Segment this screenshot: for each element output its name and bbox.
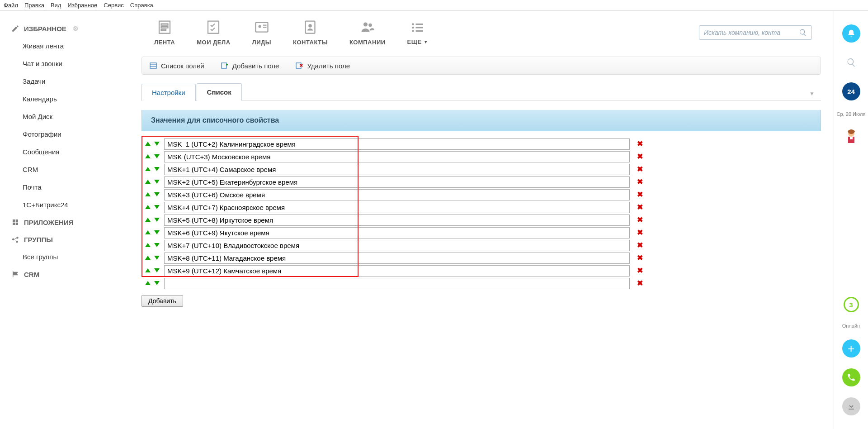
tab-list[interactable]: Список xyxy=(197,83,242,101)
sidebar-item-calendar[interactable]: Календарь xyxy=(0,90,133,108)
call-button[interactable] xyxy=(842,368,860,386)
delete-row-icon[interactable]: ✖ xyxy=(634,241,646,249)
sidebar-item-tasks[interactable]: Задачи xyxy=(0,72,133,90)
move-up-icon[interactable] xyxy=(145,218,151,222)
sidebar-item-chat[interactable]: Чат и звонки xyxy=(0,55,133,72)
list-value-input[interactable] xyxy=(164,278,630,289)
list-value-input[interactable] xyxy=(164,189,630,200)
move-up-icon[interactable] xyxy=(145,205,151,209)
move-down-icon[interactable] xyxy=(154,268,160,272)
move-up-icon[interactable] xyxy=(145,281,151,285)
toolbar-add-field[interactable]: Добавить поле xyxy=(221,62,279,70)
nav-leads[interactable]: ЛИДЫ xyxy=(252,19,271,46)
sidebar-item-allgroups[interactable]: Все группы xyxy=(0,248,133,266)
nav-mytasks[interactable]: МОИ ДЕЛА xyxy=(197,19,230,46)
svg-point-5 xyxy=(368,24,372,27)
nav-companies[interactable]: КОМПАНИИ xyxy=(349,19,386,46)
download-button[interactable] xyxy=(842,397,860,415)
bitrix24-button[interactable]: 24 xyxy=(842,82,860,100)
move-up-icon[interactable] xyxy=(145,243,151,247)
move-down-icon[interactable] xyxy=(154,180,160,184)
move-down-icon[interactable] xyxy=(154,192,160,196)
delete-row-icon[interactable]: ✖ xyxy=(634,152,646,161)
move-up-icon[interactable] xyxy=(145,154,151,158)
move-up-icon[interactable] xyxy=(145,192,151,196)
nav-more[interactable]: ЕЩЕ ▼ xyxy=(407,19,429,45)
search-company[interactable] xyxy=(699,25,812,40)
move-down-icon[interactable] xyxy=(154,281,160,285)
sidebar-item-feed[interactable]: Живая лента xyxy=(0,37,133,55)
move-down-icon[interactable] xyxy=(154,205,160,209)
delete-row-icon[interactable]: ✖ xyxy=(634,228,646,237)
search-input[interactable] xyxy=(704,29,799,36)
list-value-input[interactable] xyxy=(164,176,630,188)
sidebar-item-1c[interactable]: 1С+Битрикс24 xyxy=(0,196,133,214)
delete-row-icon[interactable]: ✖ xyxy=(634,190,646,199)
toolbar-list-fields[interactable]: Список полей xyxy=(149,62,204,70)
nav-mytasks-label: МОИ ДЕЛА xyxy=(197,39,230,46)
list-value-input[interactable] xyxy=(164,202,630,213)
add-button[interactable]: + xyxy=(842,339,860,358)
move-down-icon[interactable] xyxy=(154,230,160,234)
svg-rect-11 xyxy=(296,63,301,68)
sidebar-item-messages[interactable]: Сообщения xyxy=(0,143,133,161)
delete-row-icon[interactable]: ✖ xyxy=(634,279,646,287)
sidebar-item-photos[interactable]: Фотографии xyxy=(0,125,133,143)
sidebar-item-crm[interactable]: CRM xyxy=(0,161,133,178)
delete-row-icon[interactable]: ✖ xyxy=(634,215,646,224)
menu-file[interactable]: Файл xyxy=(4,2,18,9)
notifications-button[interactable] xyxy=(842,24,860,43)
move-down-icon[interactable] xyxy=(154,167,160,171)
sidebar-section-crm[interactable]: CRM xyxy=(0,266,133,283)
list-value-input[interactable] xyxy=(164,253,630,264)
menu-service[interactable]: Сервис xyxy=(104,2,124,9)
sidebar-favorites-label: ИЗБРАННОЕ xyxy=(24,25,66,33)
move-up-icon[interactable] xyxy=(145,180,151,184)
rail-search-button[interactable] xyxy=(842,53,860,72)
bell-icon xyxy=(847,29,856,38)
list-value-input[interactable] xyxy=(164,227,630,238)
assistant-avatar[interactable] xyxy=(843,128,859,144)
delete-row-icon[interactable]: ✖ xyxy=(634,165,646,173)
delete-row-icon[interactable]: ✖ xyxy=(634,139,646,148)
move-down-icon[interactable] xyxy=(154,256,160,260)
chevron-down-icon: ▼ xyxy=(424,39,428,44)
list-value-input[interactable] xyxy=(164,265,630,276)
online-count[interactable]: 3 xyxy=(844,297,859,312)
sidebar-section-apps[interactable]: ПРИЛОЖЕНИЯ xyxy=(0,214,133,231)
avatar-icon xyxy=(843,128,859,144)
move-down-icon[interactable] xyxy=(154,218,160,222)
move-down-icon[interactable] xyxy=(154,142,160,146)
add-value-button[interactable]: Добавить xyxy=(142,295,183,307)
feed-icon xyxy=(156,19,173,35)
delete-row-icon[interactable]: ✖ xyxy=(634,177,646,186)
move-up-icon[interactable] xyxy=(145,142,151,146)
menu-edit[interactable]: Правка xyxy=(24,2,44,9)
sidebar-item-disk[interactable]: Мой Диск xyxy=(0,108,133,125)
move-up-icon[interactable] xyxy=(145,268,151,272)
delete-row-icon[interactable]: ✖ xyxy=(634,253,646,262)
list-value-input[interactable] xyxy=(164,164,630,175)
move-down-icon[interactable] xyxy=(154,154,160,158)
list-value-input[interactable] xyxy=(164,151,630,162)
toolbar-delete-field[interactable]: Удалить поле xyxy=(295,62,350,70)
delete-row-icon[interactable]: ✖ xyxy=(634,203,646,211)
move-down-icon[interactable] xyxy=(154,243,160,247)
tabs-dropdown-icon[interactable]: ▼ xyxy=(809,91,821,100)
nav-feed[interactable]: ЛЕНТА xyxy=(154,19,175,46)
delete-row-icon[interactable]: ✖ xyxy=(634,266,646,275)
tab-settings[interactable]: Настройки xyxy=(142,84,196,101)
menu-view[interactable]: Вид xyxy=(51,2,61,9)
move-up-icon[interactable] xyxy=(145,230,151,234)
nav-contacts[interactable]: КОНТАКТЫ xyxy=(293,19,328,46)
sidebar-item-mail[interactable]: Почта xyxy=(0,178,133,196)
gear-icon[interactable]: ⚙ xyxy=(73,25,79,32)
menu-favorites[interactable]: Избранное xyxy=(67,2,97,9)
move-up-icon[interactable] xyxy=(145,256,151,260)
menu-help[interactable]: Справка xyxy=(130,2,153,9)
list-value-input[interactable] xyxy=(164,240,630,251)
sidebar-section-groups[interactable]: ГРУППЫ xyxy=(0,231,133,248)
list-value-input[interactable] xyxy=(164,214,630,226)
list-value-input[interactable] xyxy=(164,138,630,150)
move-up-icon[interactable] xyxy=(145,167,151,171)
